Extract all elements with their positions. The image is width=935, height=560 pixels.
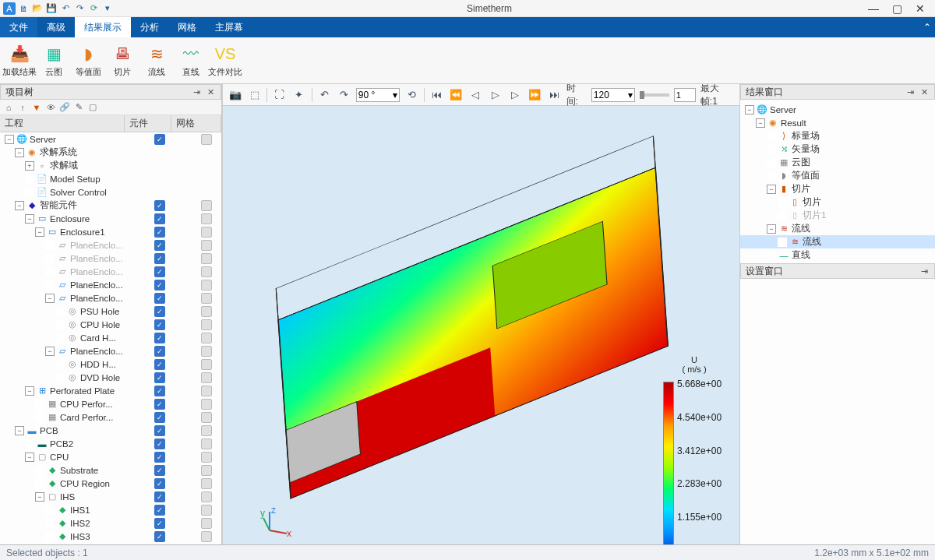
tree-toggle-icon[interactable]: − [767, 224, 776, 234]
menu-tab[interactable]: 高级 [37, 17, 75, 37]
visibility-checkbox[interactable]: ✓ [154, 266, 165, 277]
tree-row[interactable]: ▦Card Perfor...✓ [0, 410, 221, 424]
visibility-checkbox[interactable]: ✓ [154, 518, 165, 529]
tree-row[interactable]: −◆智能元件✓ [0, 199, 221, 212]
tree-row[interactable]: −🌐Server [740, 103, 935, 116]
mesh-checkbox[interactable] [201, 465, 212, 476]
dropdown-icon[interactable]: ▾ [101, 2, 114, 15]
tree-row[interactable]: −▱PlaneEnclo...✓ [0, 344, 221, 357]
next-frame-icon[interactable]: ▷ [507, 87, 522, 103]
project-tree[interactable]: −🌐Server✓−◉求解系统+▫求解域📄Model Setup📄Solver … [0, 132, 221, 544]
eye-icon[interactable]: 👁 [45, 102, 56, 113]
tree-toggle-icon[interactable]: + [25, 161, 34, 171]
visibility-checkbox[interactable]: ✓ [154, 438, 165, 449]
tree-row[interactable]: ⤭矢量场 [740, 143, 935, 156]
mesh-checkbox[interactable] [201, 505, 212, 516]
edit-icon[interactable]: ✎ [73, 102, 84, 113]
box-view-icon[interactable]: ⬚ [247, 87, 262, 103]
mesh-checkbox[interactable] [201, 200, 212, 211]
tree-row[interactable]: −▮切片 [740, 182, 935, 195]
visibility-checkbox[interactable]: ✓ [154, 253, 165, 264]
tree-row[interactable]: ▱PlaneEnclo...✓ [0, 265, 221, 278]
app-icon[interactable]: A [3, 2, 16, 15]
tree-row[interactable]: −◉求解系统 [0, 146, 221, 159]
tree-toggle-icon[interactable] [55, 360, 65, 369]
tree-row[interactable]: 📄Model Setup [0, 172, 221, 185]
mesh-checkbox[interactable] [201, 359, 212, 370]
tree-row[interactable]: ◎PSU Hole✓ [0, 305, 221, 318]
mesh-checkbox[interactable] [201, 478, 212, 489]
visibility-checkbox[interactable]: ✓ [154, 505, 165, 516]
tree-toggle-icon[interactable]: − [756, 118, 765, 128]
mesh-checkbox[interactable] [201, 518, 212, 529]
tree-toggle-icon[interactable] [767, 158, 776, 167]
axis-icon[interactable]: ✦ [291, 87, 306, 103]
tree-row[interactable]: ▱PlaneEnclo...✓ [0, 238, 221, 252]
undo-view-icon[interactable]: ↶ [316, 87, 331, 103]
tree-row[interactable]: ▦CPU Perfor...✓ [0, 397, 221, 410]
ribbon-button[interactable]: 〰直线 [176, 43, 206, 78]
last-frame-icon[interactable]: ⏭ [546, 87, 561, 103]
visibility-checkbox[interactable]: ✓ [154, 227, 165, 238]
tree-row[interactable]: −▬PCB✓ [0, 424, 221, 437]
tree-toggle-icon[interactable]: − [35, 227, 44, 237]
filter-icon[interactable]: ▼ [31, 102, 42, 113]
tree-row[interactable]: ◆IHS2✓ [0, 516, 221, 530]
menu-tab[interactable]: 分析 [131, 17, 168, 37]
angle-select[interactable]: 90 °▾ [356, 88, 400, 102]
mesh-checkbox[interactable] [201, 319, 212, 330]
visibility-checkbox[interactable]: ✓ [154, 319, 165, 330]
panel-close-icon[interactable]: ✕ [205, 86, 216, 97]
visibility-checkbox[interactable]: ✓ [154, 134, 165, 145]
panel-pin-icon[interactable]: ⇥ [919, 266, 930, 276]
visibility-checkbox[interactable]: ✓ [154, 452, 165, 463]
tree-row[interactable]: −▭Enclosure✓ [0, 212, 221, 225]
tree-row[interactable]: 📄Solver Control [0, 185, 221, 199]
mesh-checkbox[interactable] [201, 452, 212, 463]
tree-toggle-icon[interactable] [35, 413, 44, 422]
tree-toggle-icon[interactable]: − [745, 105, 754, 114]
visibility-checkbox[interactable]: ✓ [154, 293, 165, 304]
tree-row[interactable]: ▬PCB2✓ [0, 437, 221, 450]
visibility-checkbox[interactable]: ✓ [154, 200, 165, 211]
mesh-checkbox[interactable] [201, 346, 212, 357]
tree-toggle-icon[interactable] [767, 145, 776, 154]
panel-pin-icon[interactable]: ⇥ [905, 86, 916, 97]
tree-toggle-icon[interactable] [35, 400, 44, 409]
menu-file[interactable]: 文件 [0, 17, 37, 37]
tree-row[interactable]: −◉Result [740, 116, 935, 129]
frame-input[interactable] [674, 88, 696, 102]
tree-toggle-icon[interactable] [45, 532, 55, 541]
visibility-checkbox[interactable]: ✓ [154, 240, 165, 251]
ribbon-button[interactable]: ≋流线 [142, 43, 171, 78]
tree-toggle-icon[interactable] [55, 307, 65, 316]
tree-row[interactable]: −▢IHS✓ [0, 490, 221, 503]
tree-toggle-icon[interactable] [55, 320, 65, 329]
visibility-checkbox[interactable]: ✓ [154, 386, 165, 396]
ribbon-collapse-icon[interactable]: ⌃ [919, 17, 935, 37]
tree-toggle-icon[interactable]: − [45, 294, 55, 303]
tree-row[interactable]: ▦云图 [740, 156, 935, 169]
panel-close-icon[interactable]: ✕ [919, 86, 930, 97]
tree-row[interactable]: ◎Card H...✓ [0, 331, 221, 344]
tree-row[interactable]: ▱PlaneEnclo...✓ [0, 252, 221, 265]
mesh-checkbox[interactable] [201, 266, 212, 277]
tree-row[interactable]: ▯切片 [740, 195, 935, 209]
tree-toggle-icon[interactable] [45, 254, 55, 263]
tree-toggle-icon[interactable] [767, 132, 776, 141]
tree-toggle-icon[interactable]: − [15, 148, 24, 157]
tree-toggle-icon[interactable] [767, 251, 776, 260]
redo-view-icon[interactable]: ↷ [337, 87, 351, 103]
undo-icon[interactable]: ↶ [59, 2, 72, 15]
refresh-icon[interactable]: ⟳ [87, 2, 100, 15]
tree-row[interactable]: −▢CPU✓ [0, 450, 221, 463]
tree-row[interactable]: ◆IHS3✓ [0, 530, 221, 543]
tree-row[interactable]: ◆IHS1✓ [0, 503, 221, 516]
viewport-canvas[interactable]: U ( m/s ) 5.668e+004.540e+003.412e+002.2… [223, 106, 739, 544]
mesh-checkbox[interactable] [201, 399, 212, 410]
mesh-checkbox[interactable] [201, 386, 212, 396]
tree-toggle-icon[interactable] [45, 267, 55, 276]
mesh-checkbox[interactable] [201, 280, 212, 291]
visibility-checkbox[interactable]: ✓ [154, 306, 165, 317]
mesh-checkbox[interactable] [201, 134, 212, 145]
